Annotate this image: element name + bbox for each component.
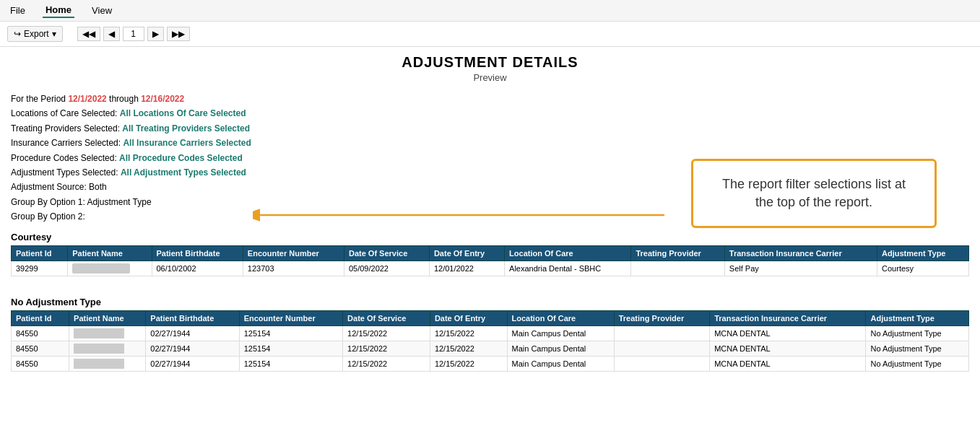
group1-label: Group By Option 1:: [11, 197, 87, 207]
col-patient-birthdate: Patient Birthdate: [152, 245, 243, 261]
col-patient-id2: Patient Id: [12, 310, 69, 325]
adj-source-label: Adjustment Source:: [11, 182, 89, 192]
period-prefix: For the Period: [11, 94, 68, 104]
provider-cell: [614, 356, 710, 371]
insurance-cell: Self Pay: [724, 261, 877, 276]
doe-cell: 12/15/2022: [430, 356, 507, 371]
col-patient-name2: Patient Name: [69, 310, 146, 325]
locations-label: Locations of Care Selected:: [11, 108, 120, 118]
menu-bar: File Home View: [0, 0, 980, 22]
location-cell: Main Campus Dental: [507, 325, 614, 341]
col-provider2: Treating Provider: [614, 310, 710, 325]
encounter-cell: 125154: [239, 356, 342, 371]
provider-cell: [614, 341, 710, 356]
insurance-cell: MCNA DENTAL: [710, 356, 866, 371]
menu-file[interactable]: File: [7, 4, 28, 17]
procedure-label: Procedure Codes Selected:: [11, 153, 119, 163]
col-doe: Date Of Entry: [429, 245, 504, 261]
no-adj-section-header: No Adjustment Type: [11, 297, 969, 307]
export-button[interactable]: ↪ Export ▾: [7, 26, 63, 42]
nav-first-button[interactable]: ◀◀: [77, 27, 100, 41]
menu-view[interactable]: View: [89, 4, 115, 17]
birthdate-cell: 02/27/1944: [146, 325, 239, 341]
treating-value: All Treating Providers Selected: [122, 123, 250, 134]
adj-type-cell: No Adjustment Type: [866, 325, 969, 341]
adj-source-value: Both: [89, 182, 107, 192]
table-row: 39299 06/10/2002 123703 05/09/2022 12/01…: [12, 261, 969, 276]
encounter-cell: 123703: [243, 261, 344, 276]
adj-types-label: Adjustment Types Selected:: [11, 167, 121, 178]
callout-box: The report filter selections list at the…: [691, 159, 937, 228]
patient-id-cell: 84550: [12, 325, 69, 341]
treating-line: Treating Providers Selected: All Treatin…: [11, 121, 969, 136]
col-patient-name: Patient Name: [68, 245, 152, 261]
period-line: For the Period 12/1/2022 through 12/16/2…: [11, 92, 969, 106]
location-cell: Main Campus Dental: [507, 341, 614, 356]
report-title: ADJUSTMENT DETAILS: [11, 54, 969, 71]
courtesy-table-header-row: Patient Id Patient Name Patient Birthdat…: [12, 245, 969, 261]
col-adj-type: Adjustment Type: [877, 245, 969, 261]
col-patient-id: Patient Id: [12, 245, 68, 261]
nav-controls: ◀◀ ◀ 1 ▶ ▶▶: [77, 27, 190, 41]
doe-cell: 12/15/2022: [430, 325, 507, 341]
col-location: Location Of Care: [505, 245, 631, 261]
provider-cell: [614, 325, 710, 341]
export-chevron-icon: ▾: [52, 29, 56, 39]
report-subtitle: Preview: [11, 72, 969, 83]
adj-types-value: All Adjustment Types Selected: [121, 167, 246, 178]
col-dos2: Date Of Service: [343, 310, 430, 325]
table-row: 84550 02/27/1944 125154 12/15/2022 12/15…: [12, 341, 969, 356]
table-row: 84550 02/27/1944 125154 12/15/2022 12/15…: [12, 356, 969, 371]
page-number: 1: [123, 27, 144, 41]
patient-id-cell: 39299: [12, 261, 68, 276]
insurance-line: Insurance Carriers Selected: All Insuran…: [11, 136, 969, 150]
birthdate-cell: 02/27/1944: [146, 356, 239, 371]
insurance-cell: MCNA DENTAL: [710, 341, 866, 356]
col-insurance: Transaction Insurance Carrier: [724, 245, 877, 261]
nav-last-button[interactable]: ▶▶: [167, 27, 190, 41]
period-start: 12/1/2022: [68, 94, 106, 104]
nav-next-button[interactable]: ▶: [147, 27, 164, 41]
patient-name-cell: [69, 325, 146, 341]
patient-id-cell: 84550: [12, 356, 69, 371]
col-dos: Date Of Service: [344, 245, 429, 261]
period-through: through: [107, 94, 141, 104]
dos-cell: 12/15/2022: [343, 341, 430, 356]
courtesy-table: Patient Id Patient Name Patient Birthdat…: [11, 245, 969, 276]
doe-cell: 12/15/2022: [430, 341, 507, 356]
export-label: Export: [24, 29, 49, 39]
export-arrow-icon: ↪: [14, 29, 21, 39]
callout-text: The report filter selections list at the…: [722, 177, 906, 209]
patient-name-cell: [68, 261, 152, 276]
insurance-value: All Insurance Carriers Selected: [123, 138, 251, 148]
location-cell: Main Campus Dental: [507, 356, 614, 371]
nav-prev-button[interactable]: ◀: [103, 27, 120, 41]
patient-name-cell: [69, 356, 146, 371]
procedure-value: All Procedure Codes Selected: [119, 153, 243, 163]
separator: [11, 281, 969, 289]
col-doe2: Date Of Entry: [430, 310, 507, 325]
adj-type-cell: No Adjustment Type: [866, 341, 969, 356]
patient-id-cell: 84550: [12, 341, 69, 356]
birthdate-cell: 02/27/1944: [146, 341, 239, 356]
col-adj-type2: Adjustment Type: [866, 310, 969, 325]
dos-cell: 12/15/2022: [343, 356, 430, 371]
col-encounter-number: Encounter Number: [243, 245, 344, 261]
no-adj-table: Patient Id Patient Name Patient Birthdat…: [11, 310, 969, 372]
group2-label: Group By Option 2:: [11, 211, 85, 222]
insurance-label: Insurance Carriers Selected:: [11, 138, 123, 148]
patient-name-cell: [69, 341, 146, 356]
group1-value: Adjustment Type: [87, 197, 151, 207]
period-end: 12/16/2022: [141, 94, 184, 104]
menu-home[interactable]: Home: [43, 3, 74, 18]
encounter-cell: 125154: [239, 341, 342, 356]
provider-cell: [631, 261, 724, 276]
col-location2: Location Of Care: [507, 310, 614, 325]
adj-type-cell: No Adjustment Type: [866, 356, 969, 371]
col-provider: Treating Provider: [631, 245, 724, 261]
encounter-cell: 125154: [239, 325, 342, 341]
courtesy-section-header: Courtesy: [11, 232, 969, 242]
insurance-cell: MCNA DENTAL: [710, 325, 866, 341]
no-adj-table-header-row: Patient Id Patient Name Patient Birthdat…: [12, 310, 969, 325]
report-content: ADJUSTMENT DETAILS Preview For the Perio…: [0, 47, 980, 383]
